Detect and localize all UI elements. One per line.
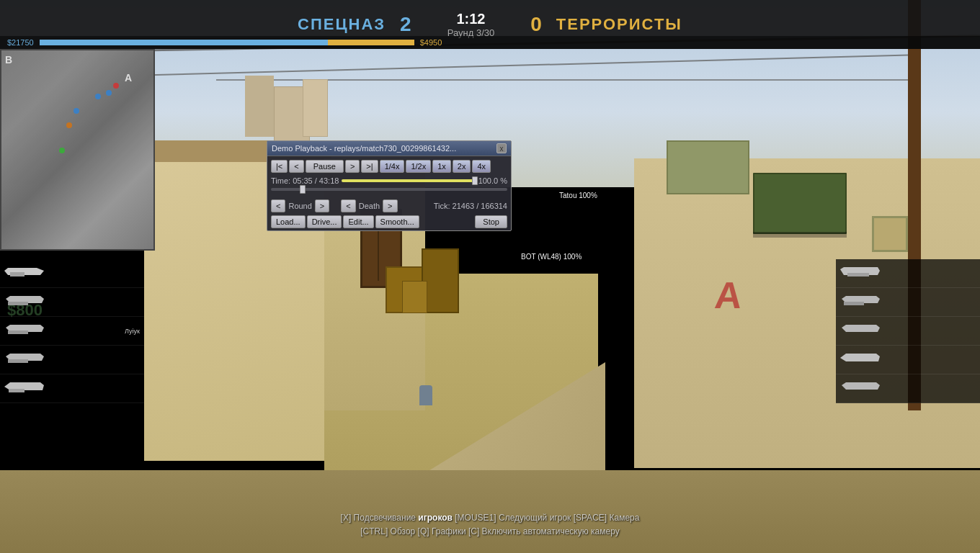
- minimap-dot-ct-3: [113, 83, 119, 89]
- minimap: B A: [0, 49, 155, 251]
- left-weapons-panel: Луіук: [0, 259, 144, 403]
- weapon-row-r-5: [836, 374, 980, 403]
- demo-drive-button[interactable]: Drive...: [307, 215, 342, 228]
- right-window: [872, 216, 908, 252]
- demo-slider-thumb[interactable]: [472, 176, 478, 185]
- weapon-row-2: [0, 288, 144, 317]
- svg-rect-1: [10, 272, 24, 276]
- money-bar-t: [328, 40, 414, 45]
- weapon-row-4: [0, 346, 144, 374]
- bg-building-2: [303, 79, 328, 137]
- hud-timer: 1:12: [447, 11, 495, 27]
- demo-action-row: Load... Drive... Edit... Smooth... Stop: [271, 215, 507, 228]
- player-tag-1: Tatou 100%: [557, 191, 600, 200]
- demo-slider-track: [342, 179, 475, 182]
- minimap-dot-t-1: [66, 122, 72, 128]
- weapon-row-3: Луіук: [0, 317, 144, 346]
- svg-rect-13: [844, 302, 864, 305]
- demo-round-next-button[interactable]: >: [315, 199, 329, 212]
- demo-edit-button[interactable]: Edit...: [343, 215, 373, 228]
- demo-speed-1x-button[interactable]: 1x: [432, 160, 451, 173]
- weapon-svg-r-5: [840, 380, 880, 395]
- weapon-svg-4: [4, 351, 44, 366]
- money-t: $4950: [420, 38, 442, 47]
- demo-round-label: Round: [288, 202, 311, 210]
- weapon-svg-5: [4, 380, 44, 395]
- svg-rect-9: [9, 389, 24, 392]
- graffiti-a: A: [713, 274, 744, 317]
- demo-skip-start-button[interactable]: |<: [271, 160, 288, 173]
- demo-title: Demo Playback - replays/match730_0029986…: [272, 144, 456, 153]
- demo-slider-fill: [342, 179, 475, 182]
- demo-panel: Demo Playback - replays/match730_0029986…: [267, 140, 512, 231]
- hud-center: 1:12 Раунд 3/30: [447, 11, 495, 38]
- weapon-row-1: [0, 259, 144, 288]
- right-weapons-panel: [836, 259, 980, 403]
- svg-rect-3: [8, 302, 28, 305]
- demo-close-button[interactable]: x: [496, 143, 507, 153]
- bg-building-3: [245, 76, 274, 137]
- weapon-row-5: [0, 374, 144, 403]
- demo-round-prev-button[interactable]: <: [271, 199, 285, 212]
- demo-death-next-button[interactable]: >: [383, 199, 397, 212]
- score-t: 0: [530, 13, 542, 36]
- weapon-gun-r-3: [840, 323, 976, 340]
- awning-shadow-1: [753, 232, 847, 238]
- demo-smooth-button[interactable]: Smooth...: [375, 215, 419, 228]
- crate-3: [402, 281, 427, 313]
- demo-round-row: < Round > < Death > Tick: 21463 / 166314: [271, 199, 507, 212]
- demo-time-slider[interactable]: [342, 176, 475, 186]
- svg-marker-14: [842, 325, 880, 332]
- svg-rect-7: [8, 359, 28, 363]
- minimap-dot-ct-1: [95, 94, 101, 99]
- weapon-gun-1: [4, 265, 140, 282]
- weapon-gun-3: [4, 323, 125, 340]
- money-bar-ct: [40, 40, 328, 45]
- demo-speed-2x-button[interactable]: 2x: [453, 160, 471, 173]
- player-character: [419, 385, 432, 405]
- minimap-inner: B A: [1, 50, 153, 249]
- weapon-svg-r-4: [840, 351, 880, 366]
- demo-skip-end-button[interactable]: >|: [361, 160, 378, 173]
- demo-time-label: Time: 05:35 / 43:18: [271, 176, 339, 185]
- demo-speed-half-button[interactable]: 1/2x: [406, 160, 431, 173]
- demo-btn-row-1: |< < Pause > >| 1/4x 1/2x 1x 2x 4x: [271, 160, 507, 173]
- minimap-label-a: A: [125, 72, 132, 84]
- ground: [0, 470, 980, 553]
- awning-2: [667, 140, 749, 194]
- svg-marker-15: [840, 354, 880, 361]
- weapon-svg-r-2: [840, 294, 880, 308]
- player-tag-2: BOT (WL48) 100%: [519, 252, 584, 261]
- demo-speed-quarter-button[interactable]: 1/4x: [380, 160, 405, 173]
- svg-rect-5: [8, 331, 28, 334]
- svg-marker-16: [842, 382, 880, 390]
- weapon-svg-r-3: [840, 323, 880, 337]
- demo-titlebar: Demo Playback - replays/match730_0029986…: [267, 141, 511, 156]
- team-t-name: ТЕРРОРИСТЫ: [556, 15, 682, 34]
- weapon-svg-1: [4, 265, 44, 279]
- demo-seek-slider[interactable]: [271, 188, 507, 197]
- demo-next-button[interactable]: >: [345, 160, 360, 173]
- minimap-dot-ct-2: [74, 108, 79, 114]
- demo-stop-button[interactable]: Stop: [475, 215, 507, 228]
- demo-controls: |< < Pause > >| 1/4x 1/2x 1x 2x 4x Time:…: [267, 156, 511, 230]
- money-bar: $21750 $4950: [0, 36, 980, 49]
- demo-speed-4x-button[interactable]: 4x: [472, 160, 491, 173]
- weapon-gun-r-4: [840, 351, 976, 369]
- weapon-row-r-4: [836, 346, 980, 374]
- awning-1: [753, 173, 847, 234]
- weapon-row-r-3: [836, 317, 980, 346]
- demo-seek-thumb[interactable]: [300, 185, 306, 194]
- demo-load-button[interactable]: Load...: [271, 215, 306, 228]
- demo-time-row: Time: 05:35 / 43:18 100.0 %: [271, 176, 507, 186]
- demo-prev-button[interactable]: <: [289, 160, 303, 173]
- weapon-gun-4: [4, 351, 140, 369]
- money-ct: $21750: [7, 38, 34, 47]
- weapon-row-r-2: [836, 288, 980, 317]
- minimap-label-b: B: [5, 54, 12, 66]
- weapon-gun-r-2: [840, 294, 976, 311]
- score-ct: 2: [400, 13, 411, 36]
- weapon-svg-r-1: [840, 265, 880, 279]
- demo-pause-button[interactable]: Pause: [306, 160, 344, 173]
- demo-death-prev-button[interactable]: <: [341, 199, 355, 212]
